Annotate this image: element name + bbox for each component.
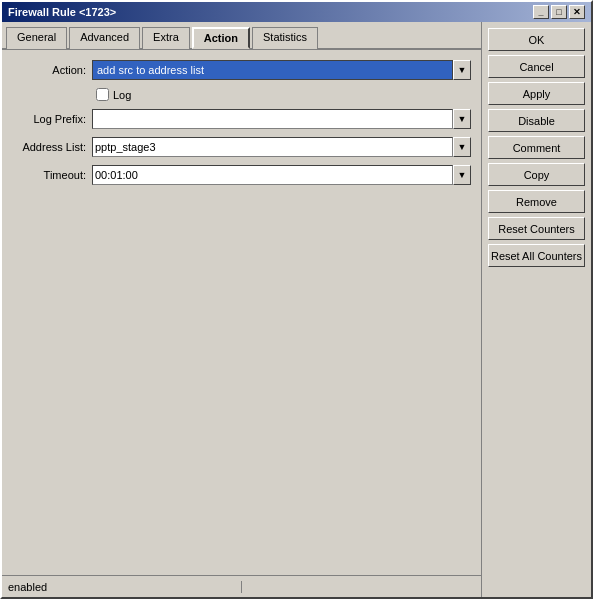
tab-extra[interactable]: Extra	[142, 27, 190, 49]
log-prefix-input[interactable]	[92, 109, 453, 129]
log-label: Log	[113, 89, 131, 101]
log-checkbox[interactable]	[96, 88, 109, 101]
close-button[interactable]: ✕	[569, 5, 585, 19]
tab-content-action: Action: ▼ Log Log Prefix: ▼	[2, 50, 481, 575]
right-panel: OK Cancel Apply Disable Comment Copy Rem…	[481, 22, 591, 597]
log-prefix-label: Log Prefix:	[12, 113, 92, 125]
comment-button[interactable]: Comment	[488, 136, 585, 159]
main-panel: General Advanced Extra Action Statistics…	[2, 22, 481, 597]
action-label: Action:	[12, 64, 92, 76]
disable-button[interactable]: Disable	[488, 109, 585, 132]
address-list-input[interactable]	[92, 137, 453, 157]
address-list-wrap: ▼	[92, 137, 471, 157]
timeout-wrap: ▼	[92, 165, 471, 185]
minimize-button[interactable]: _	[533, 5, 549, 19]
tab-general[interactable]: General	[6, 27, 67, 49]
log-prefix-dropdown-btn[interactable]: ▼	[453, 109, 471, 129]
window-title: Firewall Rule <1723>	[8, 6, 116, 18]
action-input[interactable]	[92, 60, 453, 80]
timeout-dropdown-btn[interactable]: ▼	[453, 165, 471, 185]
log-checkbox-row: Log	[96, 88, 471, 101]
ok-button[interactable]: OK	[488, 28, 585, 51]
status-bar: enabled	[2, 575, 481, 597]
reset-all-counters-button[interactable]: Reset All Counters	[488, 244, 585, 267]
tabs-bar: General Advanced Extra Action Statistics	[2, 22, 481, 50]
address-list-label: Address List:	[12, 141, 92, 153]
timeout-label: Timeout:	[12, 169, 92, 181]
title-bar: Firewall Rule <1723> _ □ ✕	[2, 2, 591, 22]
address-list-dropdown-btn[interactable]: ▼	[453, 137, 471, 157]
title-bar-buttons: _ □ ✕	[533, 5, 585, 19]
address-list-row: Address List: ▼	[12, 137, 471, 157]
log-prefix-row: Log Prefix: ▼	[12, 109, 471, 129]
timeout-input[interactable]	[92, 165, 453, 185]
main-window: Firewall Rule <1723> _ □ ✕ General Advan…	[0, 0, 593, 599]
apply-button[interactable]: Apply	[488, 82, 585, 105]
tab-action[interactable]: Action	[192, 27, 250, 49]
action-row: Action: ▼	[12, 60, 471, 80]
status-text: enabled	[8, 581, 242, 593]
content-area: General Advanced Extra Action Statistics…	[2, 22, 591, 597]
reset-counters-button[interactable]: Reset Counters	[488, 217, 585, 240]
cancel-button[interactable]: Cancel	[488, 55, 585, 78]
action-select-wrap: ▼	[92, 60, 471, 80]
log-prefix-wrap: ▼	[92, 109, 471, 129]
action-dropdown-btn[interactable]: ▼	[453, 60, 471, 80]
tab-statistics[interactable]: Statistics	[252, 27, 318, 49]
remove-button[interactable]: Remove	[488, 190, 585, 213]
maximize-button[interactable]: □	[551, 5, 567, 19]
timeout-row: Timeout: ▼	[12, 165, 471, 185]
tab-advanced[interactable]: Advanced	[69, 27, 140, 49]
copy-button[interactable]: Copy	[488, 163, 585, 186]
